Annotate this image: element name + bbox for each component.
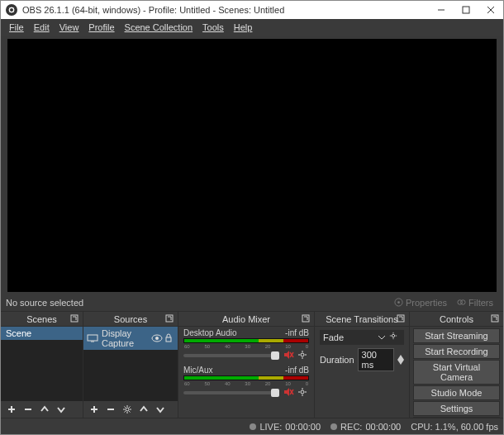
svg-point-9 (461, 300, 466, 305)
mixer-channel-mic: Mic/Aux-inf dB 6050403020100 (178, 364, 314, 401)
volume-meter (183, 338, 309, 343)
svg-point-7 (397, 301, 400, 304)
svg-rect-10 (71, 315, 78, 322)
source-item[interactable]: Display Capture (83, 327, 178, 350)
menu-profile[interactable]: Profile (83, 21, 119, 34)
app-window: OBS 26.1.1 (64-bit, windows) - Profile: … (0, 0, 504, 435)
sources-dock: Sources Display Capture (83, 312, 178, 418)
svg-rect-15 (88, 335, 97, 341)
sources-header: Sources (83, 312, 178, 327)
window-title: OBS 26.1.1 (64-bit, windows) - Profile: … (22, 5, 429, 15)
visibility-toggle[interactable] (151, 332, 163, 344)
transitions-title: Scene Transitions (326, 314, 397, 324)
transition-settings-button[interactable] (389, 332, 401, 343)
docks: Scenes Scene Sources Display (1, 312, 503, 418)
menu-help[interactable]: Help (229, 21, 258, 34)
maximize-button[interactable] (454, 1, 478, 19)
controls-title: Controls (440, 314, 473, 324)
minimize-button[interactable] (429, 1, 454, 19)
filters-button: Filters (452, 296, 498, 309)
popout-icon[interactable] (396, 313, 406, 323)
preview-canvas[interactable] (7, 39, 497, 292)
controls-dock: Controls Start Streaming Start Recording… (410, 312, 503, 418)
add-source-button[interactable] (87, 403, 102, 416)
volume-slider[interactable] (183, 354, 279, 357)
controls-header: Controls (410, 312, 503, 327)
mixer-db: -inf dB (285, 328, 309, 337)
scene-item[interactable]: Scene (1, 327, 83, 340)
start-streaming-button[interactable]: Start Streaming (413, 328, 500, 343)
live-dot-icon (250, 423, 256, 430)
transitions-dock: Scene Transitions Fade Duration 300 ms (315, 312, 410, 418)
svg-point-30 (301, 390, 304, 394)
sources-title: Sources (114, 314, 147, 324)
add-scene-button[interactable] (4, 403, 19, 416)
mixer-title: Audio Mixer (222, 314, 270, 324)
remove-scene-button[interactable] (21, 403, 36, 416)
svg-rect-33 (492, 315, 498, 322)
menu-scene-collection[interactable]: Scene Collection (120, 21, 198, 34)
scenes-title: Scenes (26, 314, 57, 324)
start-recording-button[interactable]: Start Recording (413, 344, 500, 359)
lock-toggle[interactable] (163, 332, 174, 344)
menu-tools[interactable]: Tools (197, 21, 229, 34)
audio-mixer-dock: Audio Mixer Desktop Audio-inf dB 6050403… (178, 312, 315, 418)
live-status: LIVE: 00:00:00 (250, 422, 321, 432)
menu-file[interactable]: File (4, 21, 29, 34)
popout-icon[interactable] (490, 313, 500, 323)
close-button[interactable] (478, 1, 503, 19)
svg-rect-3 (463, 7, 469, 13)
mixer-header: Audio Mixer (178, 312, 314, 327)
transitions-header: Scene Transitions (315, 312, 409, 327)
volume-slider[interactable] (183, 391, 279, 394)
mixer-channel-desktop: Desktop Audio-inf dB 6050403020100 (178, 327, 314, 364)
source-up-button[interactable] (136, 403, 151, 416)
mute-button[interactable] (283, 386, 294, 399)
start-virtual-camera-button[interactable]: Start Virtual Camera (413, 360, 500, 385)
mixer-settings-button[interactable] (297, 350, 309, 361)
menubar: File Edit View Profile Scene Collection … (1, 19, 503, 36)
chevron-down-icon (378, 333, 386, 342)
source-toolbar: No source selected Properties Filters (1, 294, 503, 312)
svg-rect-14 (166, 315, 173, 322)
rec-dot-icon (330, 423, 337, 430)
mixer-db: -inf dB (285, 366, 309, 375)
app-icon (6, 4, 17, 16)
transition-selected: Fade (323, 332, 378, 342)
menu-edit[interactable]: Edit (29, 21, 55, 34)
scenes-dock: Scenes Scene (1, 312, 83, 418)
remove-source-button[interactable] (103, 403, 118, 416)
display-icon (87, 334, 98, 342)
svg-rect-19 (166, 337, 171, 342)
source-name: Display Capture (102, 328, 151, 348)
menu-view[interactable]: View (55, 21, 84, 34)
scene-down-button[interactable] (54, 403, 69, 416)
svg-point-1 (10, 8, 13, 12)
scene-up-button[interactable] (37, 403, 52, 416)
mute-button[interactable] (283, 349, 294, 362)
scenes-header: Scenes (1, 312, 83, 327)
statusbar: LIVE: 00:00:00 REC: 00:00:00 CPU: 1.1%, … (1, 418, 503, 434)
duration-input[interactable]: 300 ms (358, 348, 394, 371)
popout-icon[interactable] (69, 313, 79, 323)
mixer-settings-button[interactable] (297, 387, 309, 399)
duration-label: Duration (320, 355, 354, 365)
no-source-label: No source selected (6, 298, 83, 308)
source-settings-button[interactable] (120, 403, 135, 416)
titlebar: OBS 26.1.1 (64-bit, windows) - Profile: … (1, 1, 503, 19)
duration-down[interactable] (397, 360, 404, 365)
volume-meter (183, 375, 309, 380)
preview-area[interactable] (1, 36, 503, 294)
transition-select[interactable]: Fade (320, 330, 404, 345)
svg-rect-31 (397, 315, 404, 322)
svg-rect-24 (302, 315, 309, 322)
rec-status: REC: 00:00:00 (330, 422, 401, 432)
source-down-button[interactable] (153, 403, 168, 416)
svg-point-27 (301, 353, 304, 356)
svg-point-23 (126, 408, 129, 411)
cpu-status: CPU: 1.1%, 60.00 fps (411, 422, 498, 432)
popout-icon[interactable] (164, 313, 174, 323)
popout-icon[interactable] (301, 313, 311, 323)
studio-mode-button[interactable]: Studio Mode (413, 385, 500, 400)
settings-button[interactable]: Settings (413, 401, 500, 416)
